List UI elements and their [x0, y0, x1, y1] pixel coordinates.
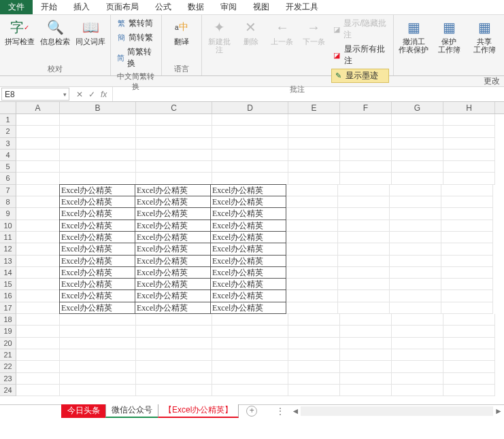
row-header-2[interactable]: 2 — [0, 126, 16, 137]
cell-B10[interactable]: Excel办公精英 — [59, 220, 135, 232]
menu-tab-公式[interactable]: 公式 — [147, 0, 180, 14]
cell-C7[interactable]: Excel办公精英 — [135, 184, 211, 196]
cell-G7[interactable] — [390, 185, 441, 196]
cancel-icon[interactable]: ✕ — [76, 90, 83, 99]
cell-C10[interactable]: Excel办公精英 — [135, 220, 211, 232]
cell-E12[interactable] — [286, 243, 338, 255]
cell-B17[interactable]: Excel办公精英 — [59, 302, 135, 314]
cell-H12[interactable] — [441, 243, 493, 255]
col-header-B[interactable]: B — [60, 102, 136, 113]
cell-C6[interactable] — [136, 173, 212, 184]
cell-F21[interactable] — [340, 349, 392, 361]
cell-B6[interactable] — [60, 173, 136, 184]
cell-H11[interactable] — [441, 232, 493, 243]
cell-A10[interactable] — [16, 220, 60, 232]
cell-A5[interactable] — [16, 161, 60, 173]
cell-G10[interactable] — [390, 220, 441, 232]
row-header-21[interactable]: 21 — [0, 349, 16, 361]
cell-F23[interactable] — [340, 373, 392, 385]
menu-tab-文件[interactable]: 文件 — [0, 0, 33, 14]
row-header-4[interactable]: 4 — [0, 150, 16, 161]
cell-F22[interactable] — [340, 361, 392, 372]
spreadsheet-grid[interactable]: ABCDEFGH 1234567Excel办公精英Excel办公精英Excel办… — [0, 102, 504, 404]
cell-F9[interactable] — [338, 208, 390, 220]
cell-A3[interactable] — [16, 138, 60, 150]
cell-H9[interactable] — [441, 208, 493, 220]
cell-G24[interactable] — [392, 385, 443, 396]
cell-D11[interactable]: Excel办公精英 — [210, 231, 286, 243]
cell-E11[interactable] — [286, 232, 338, 243]
row-header-24[interactable]: 24 — [0, 385, 16, 396]
fx-button[interactable]: fx — [101, 90, 107, 99]
row-header-16[interactable]: 16 — [0, 290, 16, 302]
cell-F12[interactable] — [338, 243, 390, 255]
cell-A19[interactable] — [16, 326, 60, 337]
cell-C4[interactable] — [136, 150, 212, 161]
convert-button[interactable]: 简简繁转换 — [115, 46, 157, 70]
cell-F15[interactable] — [338, 279, 390, 290]
cell-C3[interactable] — [136, 138, 212, 150]
cell-F24[interactable] — [340, 385, 392, 396]
cell-A2[interactable] — [16, 126, 60, 137]
cell-G1[interactable] — [392, 114, 443, 126]
cell-D21[interactable] — [212, 349, 288, 361]
row-header-14[interactable]: 14 — [0, 267, 16, 279]
cell-G3[interactable] — [392, 138, 443, 150]
cell-B24[interactable] — [60, 385, 136, 396]
cell-F10[interactable] — [338, 220, 390, 232]
row-header-7[interactable]: 7 — [0, 185, 16, 196]
cell-F4[interactable] — [340, 150, 392, 161]
share-workbook-button[interactable]: ▦共享 工作簿 — [469, 17, 500, 55]
row-header-6[interactable]: 6 — [0, 173, 16, 184]
trad-to-simp-button[interactable]: 繁繁转简 — [115, 17, 157, 30]
cell-C19[interactable] — [136, 326, 212, 337]
menu-tab-视图[interactable]: 视图 — [245, 0, 278, 14]
scroll-right-button[interactable]: ► — [493, 406, 504, 417]
cell-D24[interactable] — [212, 385, 288, 396]
cell-C13[interactable]: Excel办公精英 — [135, 255, 211, 267]
cell-E24[interactable] — [288, 385, 340, 396]
new-comment-button[interactable]: ✦新建批注 — [206, 17, 233, 55]
cell-E15[interactable] — [286, 279, 338, 290]
select-all-corner[interactable] — [0, 102, 16, 113]
cell-F6[interactable] — [340, 173, 392, 184]
enter-icon[interactable]: ✓ — [88, 90, 95, 99]
row-header-17[interactable]: 17 — [0, 302, 16, 314]
cell-B2[interactable] — [60, 126, 136, 137]
cell-B7[interactable]: Excel办公精英 — [59, 184, 135, 196]
cell-F14[interactable] — [338, 267, 390, 279]
cell-H19[interactable] — [443, 326, 495, 337]
spellcheck-button[interactable]: 字✓拼写检查 — [4, 17, 35, 47]
cell-G17[interactable] — [390, 302, 441, 314]
cell-B1[interactable] — [60, 114, 136, 126]
cell-E9[interactable] — [286, 208, 338, 220]
cell-C17[interactable]: Excel办公精英 — [135, 302, 211, 314]
cell-H22[interactable] — [443, 361, 495, 372]
cell-C23[interactable] — [136, 373, 212, 385]
cell-A4[interactable] — [16, 150, 60, 161]
menu-tab-插入[interactable]: 插入 — [65, 0, 98, 14]
scroll-left-button[interactable]: ◄ — [290, 406, 301, 417]
name-box[interactable]: E8 — [1, 88, 69, 101]
cell-G8[interactable] — [390, 196, 441, 208]
cell-C20[interactable] — [136, 338, 212, 349]
cell-C24[interactable] — [136, 385, 212, 396]
cell-A14[interactable] — [16, 267, 60, 279]
row-header-13[interactable]: 13 — [0, 256, 16, 267]
cell-H20[interactable] — [443, 338, 495, 349]
row-header-18[interactable]: 18 — [0, 314, 16, 326]
row-header-11[interactable]: 11 — [0, 232, 16, 243]
cell-D20[interactable] — [212, 338, 288, 349]
cell-D5[interactable] — [212, 161, 288, 173]
cell-E7[interactable] — [286, 185, 338, 196]
sheet-tab-今日头条[interactable]: 今日头条 — [61, 404, 106, 418]
cell-G16[interactable] — [390, 290, 441, 302]
cell-H14[interactable] — [441, 267, 493, 279]
cell-E23[interactable] — [288, 373, 340, 385]
cell-B15[interactable]: Excel办公精英 — [59, 278, 135, 290]
row-header-19[interactable]: 19 — [0, 326, 16, 337]
cell-B21[interactable] — [60, 349, 136, 361]
cell-E1[interactable] — [288, 114, 340, 126]
cell-A12[interactable] — [16, 243, 60, 255]
cell-E18[interactable] — [288, 314, 340, 326]
